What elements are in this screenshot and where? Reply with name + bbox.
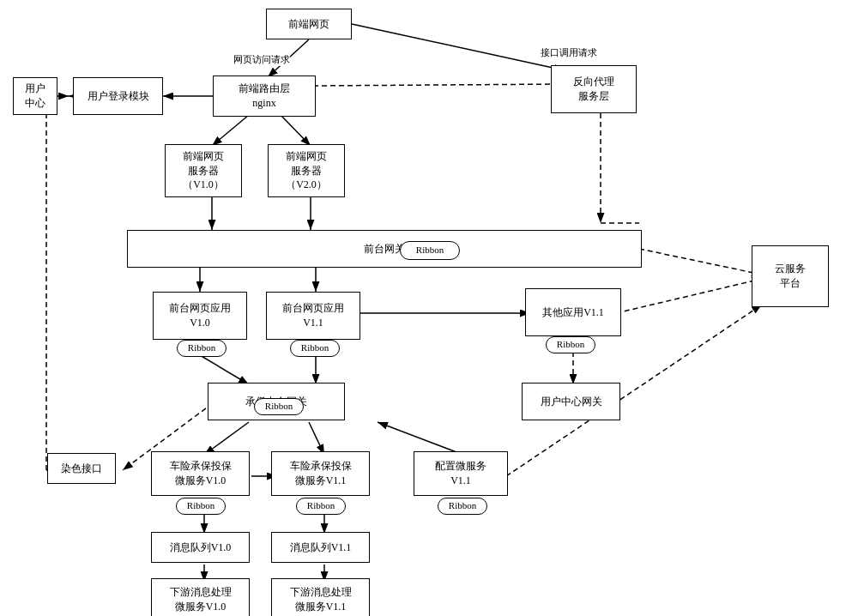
ribbon-oav11-node: Ribbon xyxy=(546,336,595,353)
ribbon-civ10-node: Ribbon xyxy=(176,498,226,515)
downstream-v11-node: 下游消息处理 微服务V1.1 xyxy=(271,578,370,616)
user-login-node: 用户登录模块 xyxy=(73,77,163,115)
frontend-router-node: 前端路由层 nginx xyxy=(213,75,316,117)
svg-line-5 xyxy=(313,84,565,86)
mq-v11-node: 消息队列V1.1 xyxy=(271,532,370,563)
frontend-server-v1-node: 前端网页 服务器 （V1.0） xyxy=(165,144,242,197)
mq-v10-node: 消息队列V1.0 xyxy=(151,532,250,563)
svg-line-29 xyxy=(639,249,762,275)
svg-line-3 xyxy=(212,115,249,146)
ribbon-fg-node: Ribbon xyxy=(400,241,460,260)
frontend-page-node: 前端网页 xyxy=(266,9,352,39)
architecture-diagram: 前端网页 用户 中心 用户登录模块 前端路由层 nginx 反向代理 服务层 前… xyxy=(0,0,858,616)
cloud-platform-node: 云服务 平台 xyxy=(752,245,829,307)
svg-line-20 xyxy=(309,422,324,455)
ribbon-fav11-node: Ribbon xyxy=(290,340,340,357)
ribbon-ug-node: Ribbon xyxy=(254,398,304,415)
dye-interface-node: 染色接口 xyxy=(47,453,116,484)
config-service-v11-node: 配置微服务 V1.1 xyxy=(414,451,508,496)
user-center-gateway-node: 用户中心网关 xyxy=(522,383,620,420)
webpage-request-label: 网页访问请求 xyxy=(233,53,290,66)
ribbon-fav1-node: Ribbon xyxy=(177,340,227,357)
car-insurance-v11-node: 车险承保投保 微服务V1.1 xyxy=(271,451,370,496)
frontend-app-v11-node: 前台网页应用 V1.1 xyxy=(266,292,360,340)
ribbon-csv11-node: Ribbon xyxy=(438,498,487,515)
ribbon-civ11-node: Ribbon xyxy=(296,498,346,515)
frontend-server-v2-node: 前端网页 服务器 （V2.0） xyxy=(268,144,345,197)
svg-line-31 xyxy=(378,422,463,455)
frontend-gateway-node: 前台网关 xyxy=(127,230,642,268)
svg-line-19 xyxy=(204,422,249,455)
other-app-v11-node: 其他应用V1.1 xyxy=(525,288,621,336)
svg-line-30 xyxy=(352,24,565,70)
frontend-app-v10-node: 前台网页应用 V1.0 xyxy=(153,292,247,340)
api-call-label: 接口调用请求 xyxy=(541,46,597,59)
svg-line-13 xyxy=(200,355,249,384)
svg-line-4 xyxy=(281,115,311,146)
svg-line-27 xyxy=(616,279,762,313)
reverse-proxy-node: 反向代理 服务层 xyxy=(551,65,637,113)
car-insurance-v10-node: 车险承保投保 微服务V1.0 xyxy=(151,451,250,496)
user-center-node: 用户 中心 xyxy=(13,77,57,115)
downstream-v10-node: 下游消息处理 微服务V1.0 xyxy=(151,578,250,616)
